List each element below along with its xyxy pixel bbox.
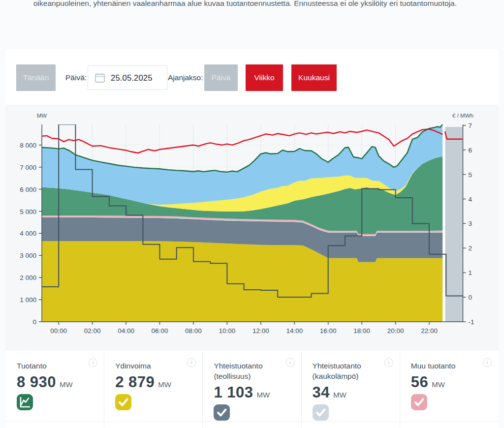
svg-text:0: 0 (32, 318, 36, 326)
stat-card-muu-tuotanto: i Muu tuotanto 56 MW (400, 351, 498, 421)
period-week-button[interactable]: Viikko (246, 64, 283, 91)
card-label: Yhteistuotanto (teollisuus) (214, 361, 287, 381)
svg-text:16:00: 16:00 (320, 327, 337, 335)
svg-text:2: 2 (469, 245, 472, 252)
svg-text:-1: -1 (469, 318, 474, 326)
tuotantoennuste-area (445, 127, 463, 322)
svg-text:1 000: 1 000 (20, 296, 36, 304)
info-icon[interactable]: i (187, 358, 196, 367)
y-left-unit-label: MW (37, 113, 47, 119)
svg-text:14:00: 14:00 (286, 327, 303, 335)
next-cards-row (6, 421, 498, 428)
card-label: Yhteistuotanto (kaukolämpö) (313, 361, 386, 381)
now-gap (442, 124, 445, 322)
intro-text: oikeanpuoleinen, yhtenäinen vaaleanharma… (33, 0, 476, 9)
svg-text:6: 6 (469, 147, 472, 154)
chart-line-icon (17, 394, 33, 410)
svg-text:5 000: 5 000 (20, 208, 36, 215)
info-icon[interactable]: i (384, 358, 393, 367)
stat-card-tuotanto: i Tuotanto 8 930 MW (6, 351, 104, 421)
svg-text:5: 5 (469, 171, 472, 179)
svg-text:4: 4 (469, 196, 472, 203)
date-label: Päivä: (65, 64, 87, 91)
period-label: Ajanjakso: (168, 64, 203, 91)
svg-text:6 000: 6 000 (20, 186, 36, 193)
svg-text:08:00: 08:00 (185, 327, 202, 335)
svg-text:00:00: 00:00 (50, 327, 67, 335)
period-month-button[interactable]: Kuukausi (291, 64, 337, 91)
card-label: Muu tuotanto (411, 361, 485, 371)
card-value: 34 MW (313, 384, 393, 401)
controls-panel: Tänään Päivä: 25.05.2025 Ajanjakso: Päiv… (6, 49, 498, 105)
date-value: 25.05.2025 (111, 73, 153, 83)
svg-text:7 000: 7 000 (20, 164, 36, 171)
production-price-chart[interactable]: 01 0002 0003 0004 0005 0006 0007 0008 00… (6, 105, 498, 350)
stat-cards-row: i Tuotanto 8 930 MW i Ydinvoima 2 879 MW… (6, 351, 498, 421)
card-value: 1 103 MW (214, 384, 294, 401)
svg-text:02:00: 02:00 (84, 327, 101, 335)
svg-text:8 000: 8 000 (20, 142, 36, 149)
stacked-areas (42, 124, 442, 322)
check-icon[interactable] (115, 394, 131, 410)
svg-text:20:00: 20:00 (387, 327, 404, 335)
card-label: Ydinvoima (115, 361, 189, 371)
stat-card-yhteistuotanto-teollisuus: i Yhteistuotanto (teollisuus) 1 103 MW (203, 351, 301, 421)
svg-text:4 000: 4 000 (20, 230, 36, 237)
svg-text:7: 7 (469, 122, 472, 129)
kulutus-line (42, 129, 442, 153)
svg-text:18:00: 18:00 (353, 327, 370, 335)
check-icon[interactable] (313, 404, 329, 421)
card-value: 2 879 MW (115, 373, 195, 391)
svg-text:0: 0 (469, 294, 472, 301)
y-right-unit-label: € / MWh (452, 113, 473, 119)
card-label: Tuotanto (17, 361, 91, 371)
svg-text:10:00: 10:00 (219, 327, 236, 335)
svg-text:1: 1 (469, 269, 472, 276)
svg-text:04:00: 04:00 (118, 327, 134, 335)
period-day-button[interactable]: Päivä (204, 64, 238, 91)
calendar-icon (94, 72, 105, 83)
stat-card-yhteistuotanto-kaukolampo: i Yhteistuotanto (kaukolämpö) 34 MW (302, 351, 400, 421)
date-input[interactable]: 25.05.2025 (88, 65, 167, 90)
svg-text:3 000: 3 000 (20, 252, 36, 259)
info-icon[interactable]: i (483, 358, 492, 367)
info-icon[interactable]: i (286, 358, 295, 367)
svg-text:06:00: 06:00 (152, 327, 168, 335)
stat-card-ydinvoima: i Ydinvoima 2 879 MW (104, 351, 203, 421)
info-icon[interactable]: i (89, 358, 97, 367)
svg-text:22:00: 22:00 (421, 327, 438, 335)
svg-text:2 000: 2 000 (20, 274, 36, 281)
svg-text:12:00: 12:00 (252, 327, 269, 335)
check-icon[interactable] (411, 394, 427, 410)
today-button[interactable]: Tänään (16, 64, 56, 91)
card-value: 56 MW (411, 373, 491, 391)
svg-text:3: 3 (469, 220, 472, 227)
card-value: 8 930 MW (17, 373, 97, 391)
chart-panel: 01 0002 0003 0004 0005 0006 0007 0008 00… (6, 105, 498, 350)
check-icon[interactable] (214, 404, 230, 421)
